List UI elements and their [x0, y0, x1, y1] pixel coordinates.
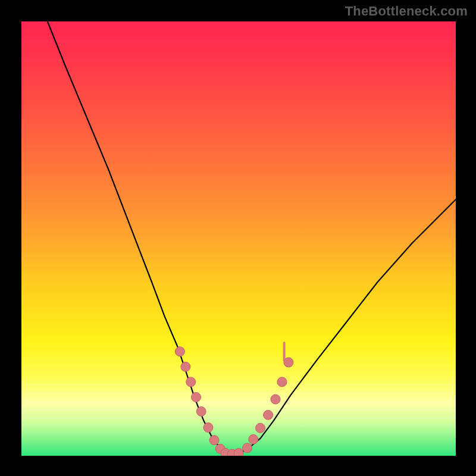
- curve-group: [48, 21, 456, 456]
- curve-svg: [21, 21, 456, 456]
- data-marker: [192, 393, 201, 402]
- watermark-text: TheBottleneck.com: [345, 4, 468, 19]
- chart-stage: TheBottleneck.com: [0, 0, 476, 476]
- data-marker: [175, 347, 184, 356]
- data-marker: [234, 449, 243, 456]
- data-marker: [277, 377, 287, 387]
- data-marker: [196, 407, 206, 416]
- data-marker: [264, 410, 273, 419]
- data-marker: [256, 423, 265, 433]
- data-marker: [186, 377, 196, 387]
- data-marker: [271, 394, 280, 404]
- data-marker: [243, 443, 252, 453]
- bottleneck-curve-path: [48, 21, 456, 453]
- data-marker: [209, 436, 219, 445]
- marker-group: [175, 347, 293, 456]
- data-marker: [203, 423, 213, 433]
- data-marker: [249, 434, 258, 444]
- plot-area: [21, 21, 456, 456]
- data-marker: [181, 362, 190, 371]
- data-marker: [284, 358, 293, 367]
